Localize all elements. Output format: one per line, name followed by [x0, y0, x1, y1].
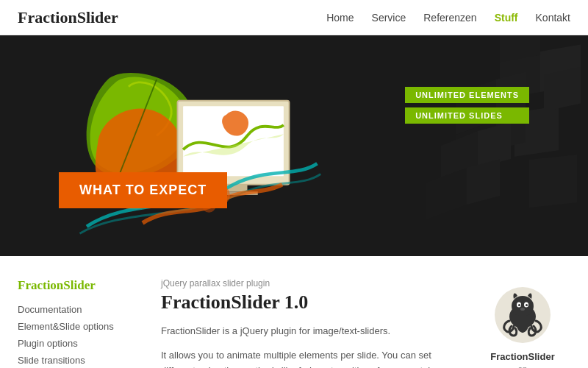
svg-marker-12: [426, 168, 467, 219]
cta-button[interactable]: WHAT TO EXPECT: [59, 172, 227, 208]
svg-point-23: [512, 296, 534, 316]
nav-stuff[interactable]: Stuff: [495, 12, 518, 24]
nav-referenzen[interactable]: Referenzen: [423, 12, 476, 24]
list-item: Slide transitions: [18, 354, 146, 366]
nav-home[interactable]: Home: [326, 12, 354, 24]
content-para-2: It allows you to animate multiple elemen…: [161, 348, 453, 368]
svg-point-28: [520, 308, 525, 311]
github-octocat-icon: [493, 286, 552, 344]
hero-badges: UNLIMITED ELEMENTS UNLIMITED SLIDES: [405, 87, 529, 124]
main-nav: Home Service Referenzen Stuff Kontakt: [326, 12, 570, 24]
list-item: Documentation: [18, 303, 146, 315]
svg-point-27: [526, 304, 528, 306]
hero-illustration: [59, 57, 338, 249]
github-brand-label: FractionSlider: [490, 350, 554, 364]
github-label: FractionSlider on GitHub: [490, 350, 554, 368]
svg-point-26: [518, 304, 520, 306]
list-item: Plugin options: [18, 337, 146, 349]
list-item: Element&Slide options: [18, 320, 146, 332]
nav-kontakt[interactable]: Kontakt: [536, 12, 570, 24]
svg-rect-5: [544, 67, 581, 112]
content-subtitle: jQuery parallax slider plugin: [161, 278, 453, 289]
header: FractionSlider Home Service Referenzen S…: [0, 0, 588, 35]
background-cubes: [382, 35, 588, 256]
content-para-1: FractionSlider is a jQuery plugin for im…: [161, 324, 453, 339]
badge-unlimited-elements: UNLIMITED ELEMENTS: [405, 87, 529, 103]
content-area: FractionSlider Documentation Element&Sli…: [0, 256, 588, 368]
sidebar-title: FractionSlider: [18, 278, 146, 293]
github-box: FractionSlider on GitHub: [475, 278, 570, 368]
badge-unlimited-slides: UNLIMITED SLIDES: [405, 107, 529, 124]
github-on-label: on: [490, 364, 554, 368]
sidebar: FractionSlider Documentation Element&Sli…: [18, 278, 146, 368]
content-heading: FractionSlider 1.0: [161, 291, 453, 314]
sidebar-nav: Documentation Element&Slide options Plug…: [18, 303, 146, 368]
site-logo: FractionSlider: [18, 8, 118, 27]
sidebar-link-documentation[interactable]: Documentation: [18, 304, 82, 315]
sidebar-link-plugin-options[interactable]: Plugin options: [18, 338, 78, 349]
nav-service[interactable]: Service: [372, 12, 406, 24]
main-content: jQuery parallax slider plugin FractionSl…: [161, 278, 460, 368]
sidebar-link-slide-transitions[interactable]: Slide transitions: [18, 355, 85, 366]
hero-slider: WHAT TO EXPECT UNLIMITED ELEMENTS UNLIMI…: [0, 35, 588, 256]
sidebar-link-element-slide[interactable]: Element&Slide options: [18, 321, 114, 332]
svg-rect-4: [529, 155, 577, 208]
